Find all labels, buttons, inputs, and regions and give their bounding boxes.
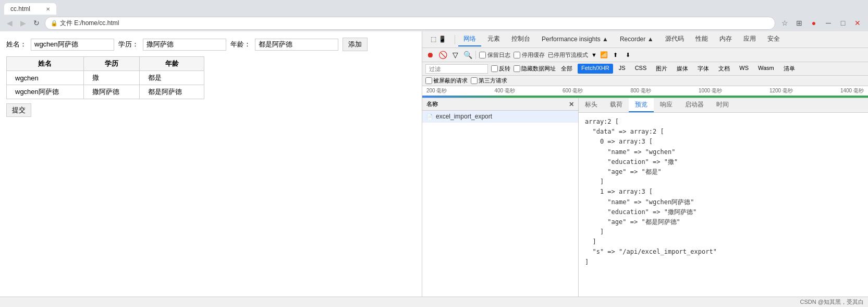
tab-elements[interactable]: 元素 <box>482 32 505 46</box>
submit-button[interactable]: 提交 <box>6 103 31 117</box>
detail-tab-timing[interactable]: 时间 <box>710 98 735 112</box>
disable-cache-text: 停用缓存 <box>522 51 545 59</box>
detail-preview-content: array:2 [ "data" => array:2 [ 0 => array… <box>579 113 868 297</box>
name-input[interactable] <box>31 39 114 51</box>
add-button[interactable]: 添加 <box>343 38 368 51</box>
profile-button[interactable]: ● <box>808 17 820 29</box>
col-header-age: 年龄 <box>140 57 204 71</box>
record-button[interactable]: ⏺ <box>425 50 435 60</box>
toolbar-sep1 <box>475 51 476 59</box>
detail-panel: 标头 载荷 预览 响应 启动器 时间 array:2 [ "data" => a… <box>579 98 868 297</box>
clear-button[interactable]: 🚫 <box>438 50 447 60</box>
hide-data-label[interactable]: 隐藏数据网址 <box>514 65 556 73</box>
blocked-requests-label[interactable]: 被屏蔽的请求 <box>425 77 468 85</box>
type-img[interactable]: 图片 <box>652 64 671 74</box>
tab-security[interactable]: 安全 <box>762 32 785 46</box>
back-button[interactable]: ◀ <box>4 18 15 28</box>
edu-label: 学历： <box>118 40 139 49</box>
reload-button[interactable]: ↻ <box>31 18 42 28</box>
preserve-log-label[interactable]: 保留日志 <box>479 51 510 59</box>
invert-checkbox[interactable] <box>491 65 498 72</box>
tab-close-btn[interactable]: ✕ <box>46 6 50 12</box>
list-item[interactable]: 📄 excel_import_export <box>422 111 578 123</box>
detail-tab-headers[interactable]: 标头 <box>579 98 604 112</box>
close-button[interactable]: ✕ <box>851 17 864 29</box>
type-js[interactable]: JS <box>615 64 629 74</box>
third-party-text: 第三方请求 <box>479 77 507 85</box>
edu-input[interactable] <box>143 39 226 51</box>
detail-close-btn[interactable]: ✕ <box>569 101 574 108</box>
t-800: 800 毫秒 <box>630 87 651 95</box>
detail-tab-initiator[interactable]: 启动器 <box>679 98 710 112</box>
type-ws[interactable]: WS <box>736 64 752 74</box>
preserve-log-checkbox[interactable] <box>479 52 486 58</box>
minimize-button[interactable]: ─ <box>822 17 835 29</box>
invert-filter-label[interactable]: 反转 <box>491 65 510 73</box>
tab-sources[interactable]: 源代码 <box>660 32 689 46</box>
preserve-log-text: 保留日志 <box>487 51 510 59</box>
form-row: 姓名： 学历： 年龄： 添加 <box>6 38 415 51</box>
list-header: 名称 ✕ <box>422 98 578 111</box>
network-toolbar: ⏺ 🚫 ▽ 🔍 保留日志 停用缓存 已停用节流模式 ▼ 📶 ⬆ ⬇ <box>422 48 868 62</box>
timeline-labels: 200 毫秒 400 毫秒 600 毫秒 800 毫秒 1000 毫秒 1200… <box>422 86 868 96</box>
network-requests-list: 名称 ✕ 📄 excel_import_export <box>422 98 579 297</box>
hide-data-text: 隐藏数据网址 <box>521 65 556 73</box>
tab-memory[interactable]: 内存 <box>714 32 737 46</box>
devtools-tabs: ⬚ 📱 网络 元素 控制台 Performance insights ▲ Rec… <box>422 31 868 48</box>
download-btn[interactable]: ⬇ <box>624 50 633 60</box>
blocked-text: 被屏蔽的请求 <box>433 77 468 85</box>
filter-bar: 反转 隐藏数据网址 全部 Fetch/XHR JS CSS 图片 媒体 字体 文… <box>422 62 868 76</box>
col-header-edu: 学历 <box>83 57 139 71</box>
extension-button[interactable]: ⊞ <box>793 17 805 29</box>
tab-network[interactable]: 网络 <box>458 32 481 46</box>
third-party-checkbox[interactable] <box>471 77 478 84</box>
tab-title: cc.html <box>10 5 30 13</box>
tab-application[interactable]: 应用 <box>738 32 761 46</box>
upload-btn[interactable]: ⬆ <box>611 50 620 60</box>
navigation-bar: ◀ ▶ ↻ 🔒 文件 E:/home/cc.html ☆ ⊞ ● ─ □ ✕ <box>0 15 868 31</box>
tab-bar: cc.html ✕ <box>0 0 868 15</box>
all-filter[interactable]: 全部 <box>559 64 574 73</box>
disable-cache-checkbox[interactable] <box>514 52 520 58</box>
browser-actions: ☆ ⊞ ● ─ □ ✕ <box>778 17 864 29</box>
search-button[interactable]: 🔍 <box>463 50 472 60</box>
detail-tab-response[interactable]: 响应 <box>654 98 679 112</box>
type-css[interactable]: CSS <box>631 64 651 74</box>
address-bar[interactable]: 🔒 文件 E:/home/cc.html <box>45 17 775 30</box>
tab-performance-insights[interactable]: Performance insights ▲ <box>536 33 614 46</box>
age-label: 年龄： <box>230 40 251 49</box>
throttle-dropdown[interactable]: ▼ <box>591 52 597 58</box>
type-font[interactable]: 字体 <box>694 64 713 74</box>
filter-toggle-button[interactable]: ▽ <box>450 50 460 60</box>
protocol-icon: 🔒 <box>51 20 58 27</box>
hide-data-checkbox[interactable] <box>514 65 520 72</box>
maximize-button[interactable]: □ <box>837 17 849 29</box>
name-label: 姓名： <box>6 40 27 49</box>
detail-tab-payload[interactable]: 载荷 <box>604 98 629 112</box>
table-row: wgchen阿萨德撒阿萨德都是阿萨德 <box>7 85 204 99</box>
tab-console[interactable]: 控制台 <box>506 32 535 46</box>
filter-input[interactable] <box>425 64 488 74</box>
main-area: 姓名： 学历： 年龄： 添加 姓名 学历 年龄 wgchen撒都是wgchen阿… <box>0 31 868 297</box>
type-fetch-xhr[interactable]: Fetch/XHR <box>578 64 613 74</box>
type-media[interactable]: 媒体 <box>673 64 692 74</box>
type-wasm[interactable]: Wasm <box>754 64 778 74</box>
active-tab[interactable]: cc.html ✕ <box>4 3 56 15</box>
disable-cache-label[interactable]: 停用缓存 <box>514 51 545 59</box>
table-cell: wgchen阿萨德 <box>7 85 84 99</box>
bookmark-button[interactable]: ☆ <box>778 17 791 29</box>
inspect-icon[interactable]: ⬚ <box>431 36 436 43</box>
tab-recorder[interactable]: Recorder ▲ <box>615 33 659 46</box>
timeline-section: 200 毫秒 400 毫秒 600 毫秒 800 毫秒 1000 毫秒 1200… <box>422 86 868 98</box>
third-party-label[interactable]: 第三方请求 <box>471 77 507 85</box>
table-cell: 撒 <box>83 71 139 85</box>
table-cell: 撒阿萨德 <box>83 85 139 99</box>
type-doc[interactable]: 文档 <box>715 64 733 74</box>
tab-performance[interactable]: 性能 <box>690 32 713 46</box>
type-manifest[interactable]: 清单 <box>780 64 799 74</box>
detail-tab-preview[interactable]: 预览 <box>629 98 654 112</box>
forward-button[interactable]: ▶ <box>18 18 28 28</box>
age-input[interactable] <box>255 39 338 51</box>
device-icon[interactable]: 📱 <box>438 36 446 43</box>
blocked-checkbox[interactable] <box>425 77 432 84</box>
